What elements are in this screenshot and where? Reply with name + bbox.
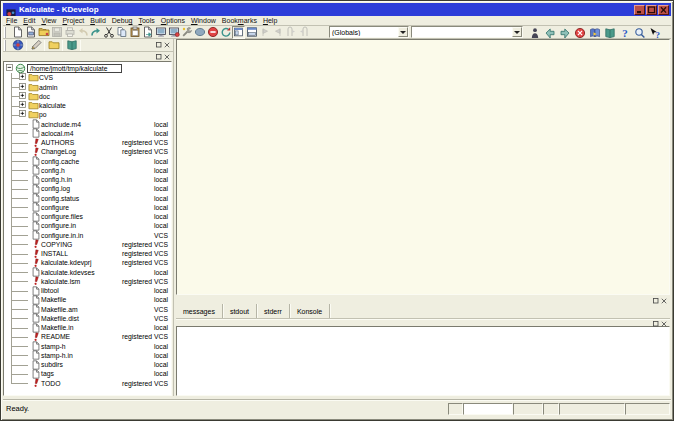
documentation-book-icon[interactable]	[65, 39, 78, 52]
stop-browsing-icon[interactable]	[572, 26, 587, 39]
menu-build[interactable]: Build	[87, 17, 109, 24]
file-status: local	[154, 158, 171, 165]
tree-view-toggle-icon[interactable]	[232, 26, 245, 39]
whats-this-icon[interactable]: ?	[647, 26, 662, 39]
folder-name: po	[39, 111, 47, 118]
menu-edit[interactable]: Edit	[20, 17, 38, 24]
goto-declaration-icon[interactable]	[527, 26, 542, 39]
dock-button[interactable]	[653, 298, 659, 304]
collapse-icon[interactable]	[6, 64, 15, 73]
output-view-toggle-icon[interactable]	[245, 26, 258, 39]
reload-icon[interactable]	[219, 26, 232, 39]
cut-icon[interactable]	[102, 26, 115, 39]
tree-file-row[interactable]: TODOregistered VCS	[4, 379, 171, 388]
titlebar[interactable]: Kalculate - KDevelop	[3, 3, 671, 16]
menu-options[interactable]: Options	[158, 17, 188, 24]
file-name: config.cache	[41, 158, 79, 165]
open-file-icon[interactable]	[24, 26, 37, 39]
next-bookmark-icon[interactable]	[297, 26, 310, 39]
open-project-icon[interactable]	[47, 39, 60, 52]
undo-icon[interactable]	[76, 26, 89, 39]
make-icon[interactable]	[154, 26, 167, 39]
file-name: INSTALL	[41, 250, 68, 257]
file-name: Makefile.in	[41, 324, 74, 331]
file-name: configure.in.in	[41, 232, 83, 239]
minimize-button[interactable]	[634, 5, 645, 15]
folder-name: admin	[39, 84, 58, 91]
toolbar-separator	[44, 40, 45, 51]
file-status: local	[154, 204, 171, 211]
file-name: configure	[41, 204, 69, 211]
debug-icon[interactable]	[193, 26, 206, 39]
menu-tools[interactable]: Tools	[135, 17, 157, 24]
new-file-icon[interactable]	[11, 26, 24, 39]
folder-name: CVS	[39, 74, 53, 81]
menu-project[interactable]: Project	[59, 17, 87, 24]
print-icon[interactable]	[63, 26, 76, 39]
menu-window[interactable]: Window	[188, 17, 219, 24]
file-status: registered VCS	[122, 250, 171, 257]
save-icon[interactable]	[50, 26, 63, 39]
paste-icon[interactable]	[128, 26, 141, 39]
tab-stdout[interactable]: stdout	[223, 304, 257, 318]
toolbar-handle[interactable]	[4, 40, 9, 51]
expand-icon[interactable]	[19, 110, 28, 119]
goto-documentation-icon[interactable]	[587, 26, 602, 39]
combo-dropdown-icon[interactable]	[512, 27, 522, 37]
edit-icon[interactable]	[29, 39, 42, 52]
close-button[interactable]	[658, 5, 669, 15]
file-status: registered VCS	[122, 241, 171, 248]
help-icon[interactable]: ?	[617, 26, 632, 39]
documentation-icon[interactable]	[602, 26, 617, 39]
dock-close-button[interactable]	[164, 54, 170, 60]
search-icon[interactable]	[632, 26, 647, 39]
file-status: local	[154, 361, 171, 368]
prev-bookmark-icon[interactable]	[284, 26, 297, 39]
toolbar-handle[interactable]	[4, 27, 9, 38]
menu-bookmarks[interactable]: Bookmarks	[219, 17, 260, 24]
back-icon[interactable]	[542, 26, 557, 39]
file-name: README	[41, 333, 70, 340]
tab-stderr[interactable]: stderr	[257, 304, 290, 318]
dock-close-button[interactable]	[661, 321, 667, 327]
class-combobox[interactable]	[411, 26, 523, 38]
output-view-caption	[176, 319, 670, 326]
menu-view[interactable]: View	[38, 17, 59, 24]
file-name: kalculate.kdevses	[41, 269, 95, 276]
expand-icon[interactable]	[19, 73, 28, 82]
file-name: config.log	[41, 185, 70, 192]
file-status: registered VCS	[122, 380, 171, 387]
scope-combobox[interactable]: (Globals)	[329, 26, 409, 38]
dock-button[interactable]	[653, 321, 659, 327]
open-folder-icon[interactable]	[37, 26, 50, 39]
dock-button[interactable]	[156, 54, 162, 60]
stop-icon[interactable]	[206, 26, 219, 39]
status-cell	[448, 403, 463, 415]
compile-file-icon[interactable]	[141, 26, 154, 39]
dock-close-button[interactable]	[164, 42, 170, 48]
dock-button[interactable]	[156, 42, 162, 48]
execute-icon[interactable]	[180, 26, 193, 39]
prev-error-icon[interactable]	[258, 26, 271, 39]
forward-icon[interactable]	[557, 26, 572, 39]
rebuild-icon[interactable]	[167, 26, 180, 39]
menu-debug[interactable]: Debug	[109, 17, 136, 24]
messages-output-view[interactable]	[176, 326, 670, 396]
expand-icon[interactable]	[19, 92, 28, 101]
next-error-icon[interactable]	[271, 26, 284, 39]
file-status: local	[154, 343, 171, 350]
redo-icon[interactable]	[89, 26, 102, 39]
maximize-button[interactable]	[646, 5, 657, 15]
menu-file[interactable]: File	[3, 17, 20, 24]
tab-konsole[interactable]: Konsole	[290, 304, 330, 318]
expand-icon[interactable]	[19, 83, 28, 92]
tab-messages[interactable]: messages	[176, 304, 223, 318]
menu-help[interactable]: Help	[260, 17, 280, 24]
file-name: libtool	[41, 287, 59, 294]
expand-icon[interactable]	[19, 101, 28, 110]
kdevelop-app-icon[interactable]	[11, 39, 24, 52]
copy-icon[interactable]	[115, 26, 128, 39]
combo-dropdown-icon[interactable]	[398, 27, 408, 37]
dock-close-button[interactable]	[661, 298, 667, 304]
file-status: local	[154, 213, 171, 220]
